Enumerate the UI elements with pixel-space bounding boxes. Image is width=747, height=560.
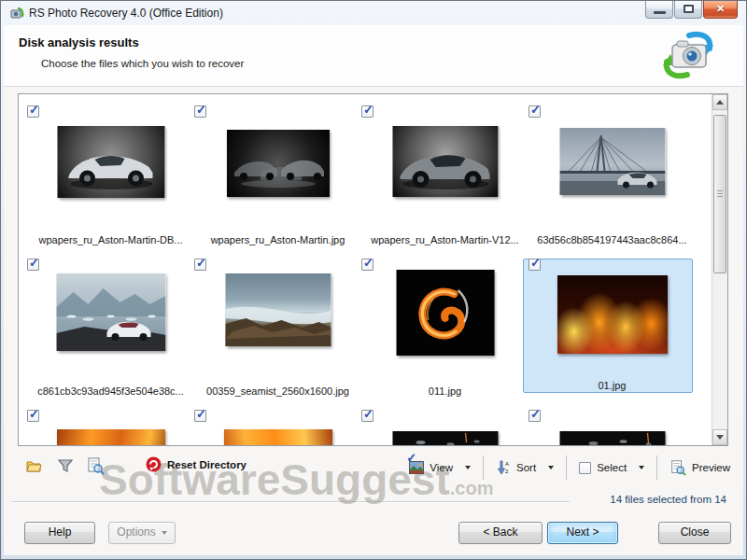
file-grid: wpapers_ru_Aston-Martin-DB... wpapers_ru… bbox=[18, 93, 728, 446]
file-checkbox[interactable] bbox=[529, 410, 541, 422]
file-checkbox[interactable] bbox=[194, 105, 206, 118]
open-folder-icon[interactable] bbox=[24, 456, 43, 475]
file-item[interactable]: 011.jpg bbox=[361, 259, 529, 399]
select-label: Select bbox=[597, 462, 627, 473]
title-bar[interactable]: RS Photo Recovery 4.0 (Office Edition) ✕ bbox=[1, 1, 746, 25]
file-name: 63d56c8b854197443aac8c864... bbox=[527, 234, 698, 245]
minimize-icon bbox=[654, 11, 666, 14]
file-item[interactable]: c861cb3c93ad945f3e504e38c... bbox=[27, 259, 194, 399]
file-item selected-file-item[interactable]: 01.jpg bbox=[529, 259, 696, 399]
toolbar-right-group: View A 2 Sort Select bbox=[405, 455, 734, 481]
file-thumbnail[interactable] bbox=[392, 431, 498, 446]
file-item[interactable] bbox=[529, 410, 696, 446]
file-checkbox[interactable] bbox=[194, 259, 206, 271]
scroll-up-icon bbox=[716, 100, 724, 105]
select-button[interactable]: Select bbox=[575, 460, 648, 476]
file-checkbox[interactable] bbox=[194, 410, 206, 422]
file-checkbox[interactable] bbox=[27, 410, 39, 422]
scrollbar-thumb[interactable] bbox=[713, 115, 726, 273]
close-dialog-button[interactable]: Close bbox=[658, 522, 731, 544]
window-title: RS Photo Recovery 4.0 (Office Edition) bbox=[29, 7, 223, 20]
toolbar-separator bbox=[566, 455, 567, 480]
file-thumbnail[interactable] bbox=[225, 273, 331, 346]
maximize-icon bbox=[684, 5, 694, 13]
options-dropdown-icon bbox=[162, 531, 167, 535]
file-thumbnail[interactable] bbox=[392, 126, 498, 197]
svg-text:2: 2 bbox=[505, 469, 509, 474]
file-item[interactable] bbox=[194, 410, 361, 446]
file-name: 00359_seamist_2560x1600.jpg bbox=[192, 385, 363, 397]
file-checkbox[interactable] bbox=[361, 410, 374, 422]
reset-refresh-icon bbox=[146, 456, 162, 472]
file-item[interactable]: 63d56c8b854197443aac8c864... bbox=[529, 105, 696, 247]
preview-document-icon[interactable] bbox=[86, 456, 105, 475]
wizard-header: Disk analysis results Choose the files w… bbox=[4, 25, 743, 87]
preview-magnifier-icon bbox=[669, 459, 686, 476]
help-button[interactable]: Help bbox=[24, 522, 95, 544]
app-window: RS Photo Recovery 4.0 (Office Edition) ✕… bbox=[0, 0, 747, 560]
file-checkbox[interactable] bbox=[361, 105, 374, 118]
file-item[interactable]: 00359_seamist_2560x1600.jpg bbox=[194, 259, 361, 399]
selection-summary: 14 files selected from 14 bbox=[610, 494, 726, 505]
file-item[interactable]: wpapers_ru_Aston-Martin-DB... bbox=[27, 105, 194, 247]
select-dropdown-icon[interactable] bbox=[639, 466, 644, 469]
maximize-button[interactable] bbox=[674, 1, 702, 19]
scroll-down-icon bbox=[716, 435, 724, 440]
file-checkbox[interactable] bbox=[27, 105, 39, 118]
file-name: c861cb3c93ad945f3e504e38c... bbox=[25, 385, 196, 397]
sort-az-icon: A 2 bbox=[496, 460, 511, 475]
page-subtitle: Choose the files which you wish to recov… bbox=[41, 58, 244, 69]
minimize-button[interactable] bbox=[645, 1, 673, 19]
view-label: View bbox=[430, 462, 453, 473]
reset-directory-button[interactable]: Reset Directory bbox=[146, 456, 247, 472]
file-name: wpapers_ru_Aston-Martin-DB... bbox=[25, 234, 196, 245]
next-button[interactable]: Next > bbox=[547, 522, 618, 544]
vertical-scrollbar[interactable] bbox=[712, 94, 727, 445]
file-item[interactable]: wpapers_ru_Aston-Martin-V12... bbox=[361, 105, 529, 247]
preview-label: Preview bbox=[692, 462, 730, 473]
grid-row bbox=[27, 410, 696, 446]
scroll-down-button[interactable] bbox=[712, 429, 727, 445]
file-item[interactable] bbox=[27, 410, 194, 446]
select-checkbox-icon bbox=[579, 462, 591, 474]
file-item[interactable]: wpapers_ru_Aston-Martin.jpg bbox=[194, 105, 361, 247]
file-thumbnail[interactable] bbox=[396, 270, 494, 356]
grid-row: wpapers_ru_Aston-Martin-DB... wpapers_ru… bbox=[27, 105, 696, 247]
file-item[interactable] bbox=[361, 410, 529, 446]
file-checkbox[interactable] bbox=[361, 259, 374, 271]
options-button[interactable]: Options bbox=[108, 522, 176, 544]
file-name: wpapers_ru_Aston-Martin-V12... bbox=[359, 234, 530, 245]
filter-funnel-icon[interactable] bbox=[56, 456, 75, 475]
file-checkbox[interactable] bbox=[27, 259, 39, 271]
file-name: 01.jpg bbox=[527, 380, 698, 391]
options-label: Options bbox=[117, 525, 155, 539]
file-checkbox[interactable] bbox=[529, 105, 541, 118]
file-name: 011.jpg bbox=[359, 385, 530, 397]
view-dropdown-icon[interactable] bbox=[465, 466, 471, 469]
file-thumbnail[interactable] bbox=[57, 429, 165, 446]
svg-text:A: A bbox=[505, 461, 509, 467]
close-button[interactable]: ✕ bbox=[703, 1, 738, 19]
preview-button[interactable]: Preview bbox=[666, 457, 734, 478]
file-thumbnail[interactable] bbox=[559, 431, 665, 446]
sort-button[interactable]: A 2 Sort bbox=[492, 458, 557, 477]
app-icon bbox=[9, 6, 24, 21]
file-thumbnail[interactable] bbox=[227, 130, 330, 197]
file-checkbox[interactable] bbox=[529, 259, 541, 271]
camera-recovery-icon bbox=[661, 28, 715, 82]
back-button[interactable]: < Back bbox=[458, 522, 543, 544]
file-thumbnail[interactable] bbox=[557, 275, 668, 354]
toolbar-separator bbox=[483, 455, 484, 480]
file-thumbnail[interactable] bbox=[224, 429, 332, 446]
scroll-up-button[interactable] bbox=[712, 94, 727, 110]
status-divider bbox=[11, 501, 570, 503]
file-thumbnail[interactable] bbox=[57, 126, 164, 198]
sort-label: Sort bbox=[516, 462, 536, 473]
page-title: Disk analysis results bbox=[19, 35, 139, 49]
file-thumbnail[interactable] bbox=[56, 273, 165, 351]
close-icon: ✕ bbox=[704, 3, 737, 15]
sort-dropdown-icon[interactable] bbox=[548, 466, 554, 469]
file-name: wpapers_ru_Aston-Martin.jpg bbox=[192, 234, 363, 245]
file-thumbnail[interactable] bbox=[559, 128, 665, 195]
toolbar-separator bbox=[656, 455, 657, 480]
